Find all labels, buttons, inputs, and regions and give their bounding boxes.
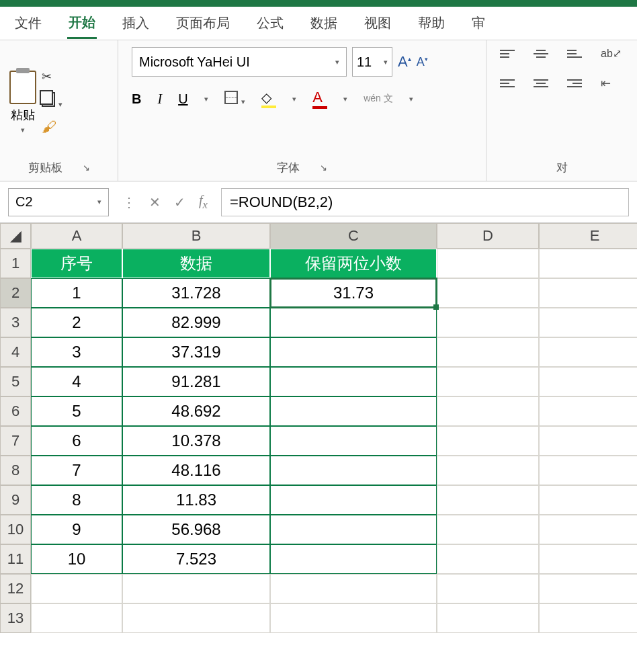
tab-help[interactable]: 帮助 [417, 9, 446, 38]
cell-D13[interactable] [437, 603, 539, 633]
cell-D8[interactable] [437, 456, 539, 485]
cell-D6[interactable] [437, 396, 539, 426]
row-header-10[interactable]: 10 [0, 515, 31, 544]
copy-button[interactable]: ▾ [42, 92, 62, 110]
cell-D1[interactable] [437, 249, 539, 278]
row-header-8[interactable]: 8 [0, 456, 31, 485]
decrease-indent-button[interactable]: ⇤ [601, 76, 611, 91]
tab-view[interactable]: 视图 [363, 9, 392, 38]
cell-D2[interactable] [437, 278, 539, 308]
col-header-B[interactable]: B [122, 223, 270, 249]
cell-A11[interactable]: 10 [31, 544, 122, 574]
cell-C13[interactable] [270, 603, 437, 633]
row-header-6[interactable]: 6 [0, 396, 31, 426]
name-box[interactable]: C2▾ [8, 188, 109, 216]
col-header-A[interactable]: A [31, 223, 122, 249]
enter-button[interactable]: ✓ [174, 194, 185, 210]
cell-E6[interactable] [539, 396, 637, 426]
underline-button[interactable]: U [178, 91, 187, 107]
cell-C4[interactable] [270, 337, 437, 367]
cell-C9[interactable] [270, 485, 437, 515]
align-bottom-button[interactable] [567, 50, 582, 58]
cell-A9[interactable]: 8 [31, 485, 122, 515]
row-header-1[interactable]: 1 [0, 249, 31, 278]
font-name-select[interactable]: Microsoft YaHei UI▾ [132, 47, 347, 77]
borders-button[interactable]: ▾ [224, 91, 246, 108]
cell-C11[interactable] [270, 544, 437, 574]
cell-A4[interactable]: 3 [31, 337, 122, 367]
tab-pagelayout[interactable]: 页面布局 [175, 9, 231, 38]
align-middle-button[interactable] [534, 50, 548, 58]
cell-E13[interactable] [539, 603, 637, 633]
cancel-button[interactable]: ✕ [149, 194, 161, 210]
cell-E7[interactable] [539, 426, 637, 456]
cut-button[interactable]: ✂ [42, 69, 62, 84]
cell-E8[interactable] [539, 456, 637, 485]
cell-D5[interactable] [437, 367, 539, 396]
col-header-E[interactable]: E [539, 223, 637, 249]
cell-E1[interactable] [539, 249, 637, 278]
tab-formulas[interactable]: 公式 [255, 9, 285, 38]
row-header-7[interactable]: 7 [0, 426, 31, 456]
col-header-C[interactable]: C [270, 223, 437, 249]
col-header-D[interactable]: D [437, 223, 539, 249]
cell-D10[interactable] [437, 515, 539, 544]
cell-B6[interactable]: 48.692 [122, 396, 270, 426]
font-size-select[interactable]: 11▾ [352, 47, 392, 77]
cell-A6[interactable]: 5 [31, 396, 122, 426]
cell-B11[interactable]: 7.523 [122, 544, 270, 574]
dialog-launcher-icon[interactable]: ↘ [83, 163, 90, 173]
row-header-11[interactable]: 11 [0, 544, 31, 574]
row-header-9[interactable]: 9 [0, 485, 31, 515]
fill-handle[interactable] [433, 304, 439, 310]
cell-C3[interactable] [270, 308, 437, 337]
dialog-launcher-icon[interactable]: ↘ [320, 163, 327, 173]
tab-data[interactable]: 数据 [309, 9, 339, 38]
cell-D4[interactable] [437, 337, 539, 367]
cell-D7[interactable] [437, 426, 539, 456]
paste-button[interactable]: 粘贴 ▾ [9, 47, 36, 157]
font-color-button[interactable]: A [312, 89, 327, 109]
row-header-2[interactable]: 2 [0, 278, 31, 308]
bold-button[interactable]: B [132, 91, 141, 107]
cell-A2[interactable]: 1 [31, 278, 122, 308]
cell-B5[interactable]: 91.281 [122, 367, 270, 396]
cell-A7[interactable]: 6 [31, 426, 122, 456]
row-header-4[interactable]: 4 [0, 337, 31, 367]
phonetic-button[interactable]: wén 文 [364, 93, 393, 105]
cell-E9[interactable] [539, 485, 637, 515]
select-all-corner[interactable]: ◢ [0, 223, 31, 249]
cell-C12[interactable] [270, 574, 437, 603]
row-header-3[interactable]: 3 [0, 308, 31, 337]
tab-file[interactable]: 文件 [13, 9, 43, 38]
fill-color-button[interactable]: ◇ [261, 89, 276, 108]
cell-E12[interactable] [539, 574, 637, 603]
cell-C6[interactable] [270, 396, 437, 426]
cell-C8[interactable] [270, 456, 437, 485]
cell-E4[interactable] [539, 337, 637, 367]
cell-C10[interactable] [270, 515, 437, 544]
cell-C7[interactable] [270, 426, 437, 456]
align-center-button[interactable] [534, 79, 548, 87]
cell-A10[interactable]: 9 [31, 515, 122, 544]
cell-B7[interactable]: 10.378 [122, 426, 270, 456]
cell-A8[interactable]: 7 [31, 456, 122, 485]
cell-E11[interactable] [539, 544, 637, 574]
cell-D12[interactable] [437, 574, 539, 603]
cell-A3[interactable]: 2 [31, 308, 122, 337]
align-left-button[interactable] [500, 79, 515, 87]
formula-input[interactable]: =ROUND(B2,2) [221, 188, 629, 216]
cell-B1[interactable]: 数据 [122, 249, 270, 278]
orientation-button[interactable]: ab⤢ [601, 47, 622, 60]
cell-B10[interactable]: 56.968 [122, 515, 270, 544]
cell-B9[interactable]: 11.83 [122, 485, 270, 515]
cell-E2[interactable] [539, 278, 637, 308]
row-header-5[interactable]: 5 [0, 367, 31, 396]
cell-E3[interactable] [539, 308, 637, 337]
align-right-button[interactable] [567, 79, 582, 87]
cell-A5[interactable]: 4 [31, 367, 122, 396]
align-top-button[interactable] [500, 50, 515, 58]
cell-C2[interactable]: 31.73 [270, 278, 437, 308]
cell-A1[interactable]: 序号 [31, 249, 122, 278]
tab-insert[interactable]: 插入 [121, 9, 151, 38]
